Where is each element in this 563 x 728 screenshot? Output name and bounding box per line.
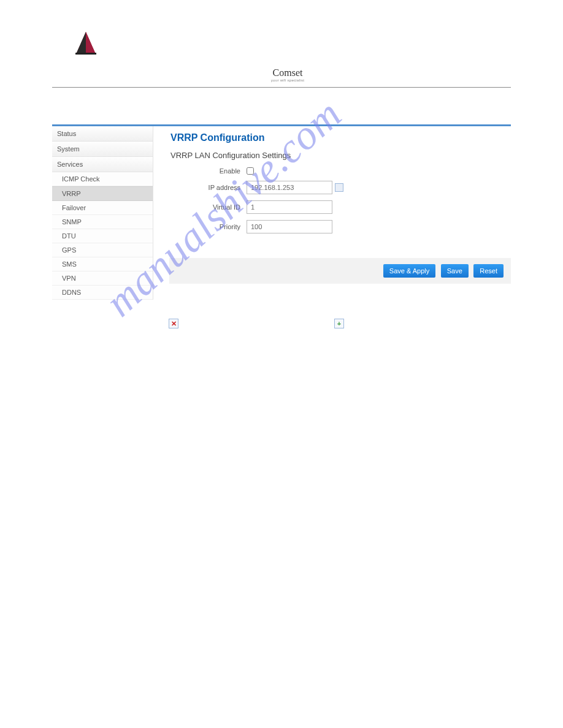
ip-address-input[interactable] (247, 181, 332, 194)
main-content: VRRP Configuration VRRP LAN Configuratio… (153, 126, 511, 284)
section-title: VRRP LAN Configuration Settings (170, 151, 511, 160)
reset-button[interactable]: Reset (473, 264, 504, 278)
sidebar-item-snmp[interactable]: SNMP (52, 215, 153, 229)
svg-marker-1 (77, 32, 86, 53)
page-title: VRRP Configuration (170, 132, 511, 143)
sidebar-item-status[interactable]: Status (52, 126, 153, 142)
sidebar-item-system[interactable]: System (52, 142, 153, 157)
sidebar-item-gps[interactable]: GPS (52, 243, 153, 257)
button-bar: Save & Apply Save Reset (169, 258, 511, 284)
save-apply-button[interactable]: Save & Apply (383, 264, 435, 278)
sidebar-item-failover[interactable]: Failover (52, 201, 153, 215)
priority-label: Priority (170, 223, 247, 230)
header-divider (52, 87, 511, 88)
virtual-id-input[interactable] (247, 200, 332, 214)
svg-marker-2 (86, 32, 95, 53)
delete-icon[interactable]: ✕ (169, 319, 178, 328)
sidebar-item-vrrp[interactable]: VRRP (52, 186, 153, 201)
add-icon[interactable]: + (334, 319, 344, 328)
virtual-id-label: Virtual ID (170, 203, 247, 211)
sidebar-item-sms[interactable]: SMS (52, 257, 153, 271)
brand-logo: Comset your wifi specialist (64, 31, 511, 82)
ip-help-icon[interactable] (335, 183, 343, 192)
sidebar-item-dtu[interactable]: DTU (52, 229, 153, 243)
sidebar-item-ddns[interactable]: DDNS (52, 286, 153, 300)
svg-rect-3 (75, 53, 96, 55)
sidebar-item-vpn[interactable]: VPN (52, 271, 153, 286)
admin-panel: Status System Services ICMP Check VRRP F… (52, 124, 511, 300)
enable-label: Enable (170, 167, 247, 175)
enable-checkbox[interactable] (247, 167, 254, 175)
ip-address-label: IP address (170, 184, 247, 191)
sidebar: Status System Services ICMP Check VRRP F… (52, 126, 153, 300)
save-button[interactable]: Save (441, 264, 469, 278)
brand-name: Comset (273, 67, 303, 78)
sidebar-item-icmp-check[interactable]: ICMP Check (52, 172, 153, 186)
sidebar-item-services[interactable]: Services (52, 157, 153, 172)
priority-input[interactable] (247, 220, 332, 233)
brand-tagline: your wifi specialist (271, 78, 304, 82)
